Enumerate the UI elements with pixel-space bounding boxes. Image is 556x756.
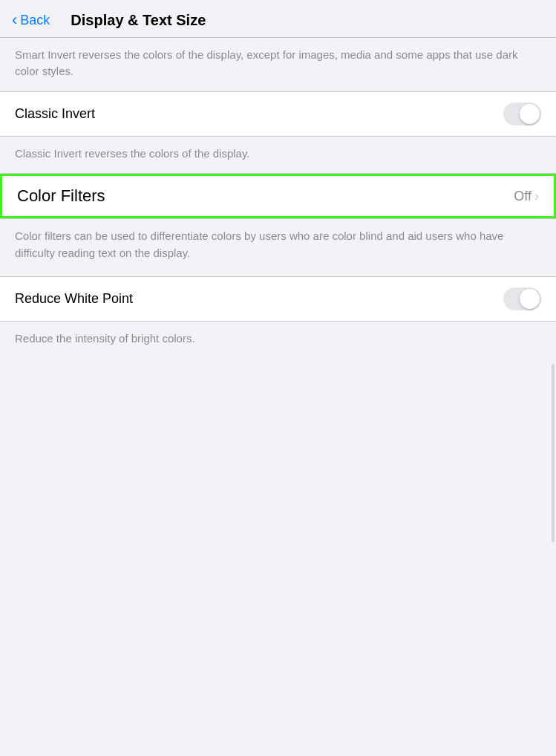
scrollbar[interactable] — [552, 364, 555, 542]
reduce-white-point-label: Reduce White Point — [15, 291, 133, 307]
classic-invert-description-section: Classic Invert reverses the colors of th… — [0, 137, 556, 174]
reduce-white-point-description-section: Reduce the intensity of bright colors. — [0, 322, 556, 359]
back-chevron-icon: ‹ — [12, 10, 17, 30]
smart-invert-description: Smart Invert reverses the colors of the … — [15, 48, 518, 77]
classic-invert-toggle-knob — [520, 104, 540, 124]
back-button[interactable]: ‹ Back — [12, 10, 50, 30]
color-filters-label: Color Filters — [17, 186, 105, 206]
color-filters-highlight-box: Color Filters Off › — [0, 174, 556, 218]
color-filters-value-group: Off › — [514, 189, 539, 204]
settings-page: ‹ Back Display & Text Size Smart Invert … — [0, 0, 556, 359]
reduce-white-point-toggle[interactable] — [503, 287, 541, 310]
back-label: Back — [20, 13, 50, 28]
reduce-white-point-description: Reduce the intensity of bright colors. — [15, 332, 195, 345]
color-filters-row[interactable]: Color Filters Off › — [2, 176, 554, 216]
smart-invert-description-section: Smart Invert reverses the colors of the … — [0, 38, 556, 91]
color-filters-description-section: Color filters can be used to differentia… — [0, 219, 556, 276]
classic-invert-toggle[interactable] — [503, 102, 541, 126]
color-filters-chevron-icon: › — [534, 189, 539, 204]
color-filters-value: Off — [514, 189, 532, 204]
reduce-white-point-row[interactable]: Reduce White Point — [0, 277, 556, 321]
color-filters-description: Color filters can be used to differentia… — [15, 229, 503, 259]
classic-invert-row[interactable]: Classic Invert — [0, 92, 556, 136]
classic-invert-description: Classic Invert reverses the colors of th… — [15, 147, 250, 160]
reduce-white-point-toggle-knob — [520, 289, 540, 309]
header: ‹ Back Display & Text Size — [0, 0, 556, 38]
page-title: Display & Text Size — [71, 12, 206, 29]
classic-invert-label: Classic Invert — [15, 106, 95, 122]
